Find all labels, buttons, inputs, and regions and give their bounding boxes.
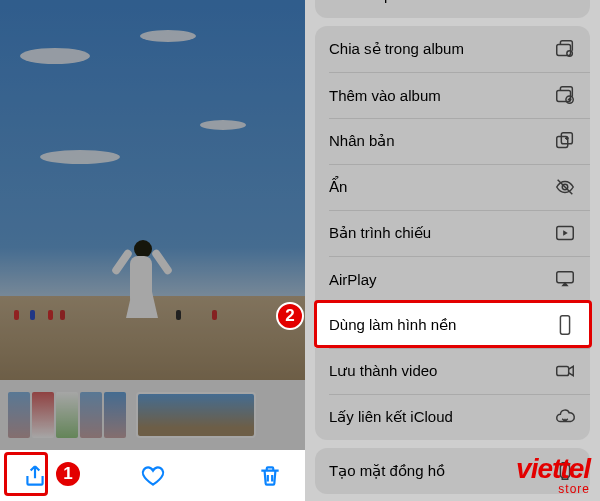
action-airplay[interactable]: AirPlay [315, 256, 590, 302]
action-label: Chia sẻ trong album [329, 40, 464, 58]
airplay-icon [554, 268, 576, 290]
album-add-icon [554, 84, 576, 106]
callout-2: 2 [276, 302, 304, 330]
action-label: Ẩn [329, 178, 347, 196]
delete-button[interactable] [253, 459, 287, 493]
video-icon [554, 360, 576, 382]
cloud-link-icon [554, 406, 576, 428]
action-hide[interactable]: Ẩn [315, 164, 590, 210]
action-label: Sao chép ảnh [329, 0, 422, 4]
action-icloud_link[interactable]: Lấy liên kết iCloud [315, 394, 590, 440]
action-label: Lấy liên kết iCloud [329, 408, 453, 426]
action-add_album[interactable]: Thêm vào album [315, 72, 590, 118]
action-copy-photo[interactable]: Sao chép ảnh [315, 0, 590, 18]
action-wallpaper[interactable]: Dùng làm hình nền [315, 302, 590, 348]
action-slideshow[interactable]: Bản trình chiếu [315, 210, 590, 256]
action-share_album[interactable]: Chia sẻ trong album [315, 26, 590, 72]
share-button[interactable] [18, 459, 52, 493]
action-label: Nhân bản [329, 132, 395, 150]
action-save_video[interactable]: Lưu thành video [315, 348, 590, 394]
photo-viewer [0, 0, 305, 501]
brand-logo: viettel store [516, 455, 590, 495]
action-label: Lưu thành video [329, 362, 437, 380]
slideshow-icon [554, 222, 576, 244]
action-duplicate[interactable]: Nhân bản [315, 118, 590, 164]
action-label: Bản trình chiếu [329, 224, 431, 242]
favorite-button[interactable] [136, 459, 170, 493]
duplicate-icon [554, 130, 576, 152]
share-sheet: Sao chép ảnh Chia sẻ trong albumThêm vào… [305, 0, 600, 501]
toolbar [0, 450, 305, 501]
callout-1: 1 [54, 460, 82, 488]
action-label: Tạo mặt đồng hồ [329, 462, 445, 480]
action-label: Dùng làm hình nền [329, 316, 456, 334]
action-label: Thêm vào album [329, 87, 441, 104]
brand-name: viettel [516, 455, 590, 483]
brand-sub: store [516, 483, 590, 495]
action-label: AirPlay [329, 271, 377, 288]
album-share-icon [554, 38, 576, 60]
phone-icon [554, 314, 576, 336]
hide-icon [554, 176, 576, 198]
